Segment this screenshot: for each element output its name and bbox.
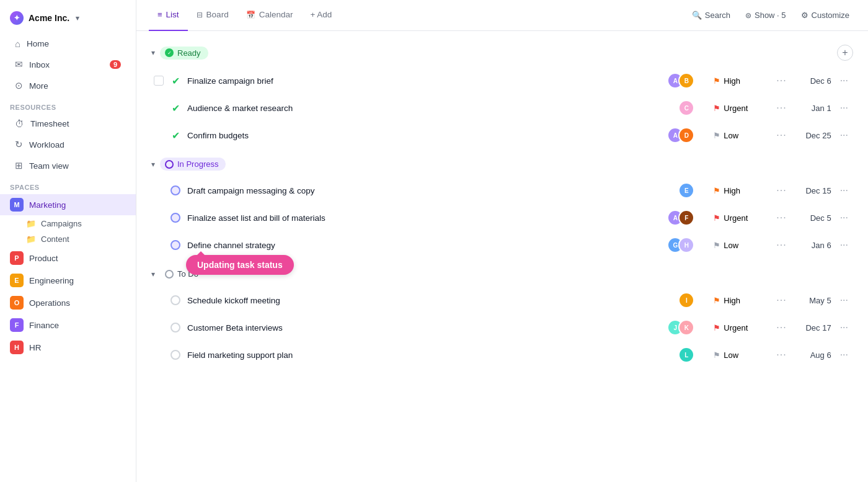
home-icon: ⌂ (15, 38, 20, 49)
calendar-icon: 📅 (246, 11, 255, 19)
priority-dots[interactable]: ··· (775, 349, 787, 360)
task-avatars: A F (667, 210, 694, 226)
table-row: Schedule kickoff meeting I ⚑ High ··· Ma… (149, 287, 856, 314)
search-label: Search (705, 11, 730, 20)
task-name[interactable]: Confirm budgets (187, 131, 661, 140)
show-button[interactable]: ⊜ Show · 5 (739, 7, 792, 23)
task-date: Dec 17 (794, 323, 831, 332)
task-more-button[interactable]: ··· (838, 322, 851, 333)
sidebar-nav-more[interactable]: ⊙ More (5, 76, 131, 96)
space-operations[interactable]: O Operations (0, 292, 136, 313)
space-hr[interactable]: H HR (0, 337, 136, 358)
content-label: Content (41, 234, 69, 244)
priority-dots[interactable]: ··· (775, 212, 787, 223)
search-button[interactable]: 🔍 Search (686, 7, 737, 23)
task-name[interactable]: Finalize asset list and bill of material… (187, 213, 661, 223)
show-label: Show · 5 (755, 11, 786, 20)
task-name[interactable]: Finalize campaign brief (187, 76, 661, 86)
tab-board[interactable]: ⊟ Board (188, 0, 237, 31)
task-status-todo-icon[interactable] (170, 322, 181, 333)
avatar: L (678, 347, 694, 363)
task-more-button[interactable]: ··· (838, 75, 851, 86)
app-logo[interactable]: ✦ Acme Inc. ▾ (0, 7, 136, 33)
group-ready: ▾ ✓ Ready + ✔ Finalize campaign brief A … (149, 41, 856, 149)
task-status-progress-icon[interactable] (170, 185, 181, 196)
task-status-ready-icon: ✔ (170, 102, 181, 114)
priority-low: ⚑ Low (713, 241, 769, 250)
in-progress-chevron[interactable]: ▾ (151, 160, 155, 169)
task-status-todo-icon[interactable] (170, 349, 181, 360)
resources-label: Resources (0, 96, 136, 114)
table-row: Finalize asset list and bill of material… (149, 204, 856, 231)
flag-icon: ⚑ (713, 104, 720, 113)
table-row: Define channel strategy G H ⚑ Low ··· Ja… (149, 231, 856, 259)
sidebar-nav-inbox[interactable]: ✉ Inbox 9 (5, 55, 131, 74)
tab-add[interactable]: + Add (301, 0, 340, 31)
todo-chevron[interactable]: ▾ (151, 270, 155, 279)
ready-header: ▾ ✓ Ready + (149, 41, 856, 65)
task-date: Jan 1 (794, 104, 831, 113)
task-checkbox[interactable] (154, 76, 164, 86)
sidebar-item-timesheet[interactable]: ⏱ Timesheet (5, 114, 131, 133)
table-row: Customer Beta interviews J K ⚑ Urgent ··… (149, 314, 856, 341)
task-more-button[interactable]: ··· (838, 239, 851, 251)
task-list-content: ▾ ✓ Ready + ✔ Finalize campaign brief A … (136, 31, 868, 482)
task-name[interactable]: Customer Beta interviews (187, 323, 661, 332)
space-engineering[interactable]: E Engineering (0, 270, 136, 291)
tab-calendar[interactable]: 📅 Calendar (237, 0, 302, 31)
ready-badge[interactable]: ✓ Ready (160, 47, 208, 60)
task-more-button[interactable]: ··· (838, 130, 851, 141)
board-icon: ⊟ (197, 11, 203, 19)
task-more-button[interactable]: ··· (838, 295, 851, 306)
ready-chevron[interactable]: ▾ (151, 48, 155, 57)
priority-dots[interactable]: ··· (775, 75, 787, 86)
priority-dots[interactable]: ··· (775, 102, 787, 114)
priority-label: High (724, 76, 740, 86)
priority-dots[interactable]: ··· (775, 239, 787, 251)
task-more-button[interactable]: ··· (838, 349, 851, 360)
sidebar-nav-home[interactable]: ⌂ Home (5, 34, 131, 53)
tab-list[interactable]: ≡ List (149, 0, 188, 31)
product-label: Product (29, 254, 58, 263)
sidebar: ✦ Acme Inc. ▾ ⌂ Home ✉ Inbox 9 ⊙ More Re… (0, 0, 136, 482)
operations-label: Operations (29, 298, 70, 308)
avatar: K (678, 319, 694, 336)
task-status-progress-icon[interactable] (170, 239, 181, 251)
priority-dots[interactable]: ··· (775, 295, 787, 306)
task-name[interactable]: Audience & market research (187, 104, 672, 113)
sidebar-item-teamview[interactable]: ⊞ Team view (5, 156, 131, 176)
sub-item-content[interactable]: 📁 Content (0, 231, 136, 247)
nav-home-label: Home (27, 39, 49, 48)
task-avatars: L (678, 347, 694, 363)
space-finance[interactable]: F Finance (0, 315, 136, 336)
sub-item-campaigns[interactable]: 📁 Campaigns (0, 216, 136, 231)
finance-badge: F (10, 318, 24, 332)
space-product[interactable]: P Product (0, 248, 136, 269)
task-status-todo-icon[interactable] (170, 295, 181, 306)
space-marketing[interactable]: M Marketing (0, 194, 136, 215)
task-name[interactable]: Draft campaign messaging & copy (187, 186, 672, 195)
in-progress-dot (165, 160, 174, 169)
marketing-label: Marketing (29, 200, 66, 210)
finance-label: Finance (29, 321, 59, 330)
search-icon: 🔍 (692, 11, 702, 20)
in-progress-badge[interactable]: In Progress (160, 158, 226, 171)
priority-dots[interactable]: ··· (775, 130, 787, 141)
priority-dots[interactable]: ··· (775, 185, 787, 196)
task-more-button[interactable]: ··· (838, 185, 851, 196)
circle-icon (170, 295, 180, 305)
task-name[interactable]: Define channel strategy (187, 241, 661, 250)
sidebar-item-workload[interactable]: ↻ Workload (5, 135, 131, 154)
task-status-progress-icon[interactable] (170, 212, 181, 223)
task-more-button[interactable]: ··· (838, 102, 851, 114)
task-name[interactable]: Schedule kickoff meeting (187, 296, 672, 305)
task-name[interactable]: Field marketing support plan (187, 350, 672, 360)
priority-label: Low (724, 241, 738, 250)
workload-label: Workload (29, 140, 64, 150)
task-more-button[interactable]: ··· (838, 212, 851, 223)
customize-button[interactable]: ⚙ Customize (795, 7, 856, 23)
flag-icon: ⚑ (713, 213, 720, 223)
table-row: ✔ Confirm budgets A D ⚑ Low ··· Dec 25 ·… (149, 122, 856, 149)
priority-dots[interactable]: ··· (775, 322, 787, 333)
add-task-ready-button[interactable]: + (837, 45, 853, 61)
